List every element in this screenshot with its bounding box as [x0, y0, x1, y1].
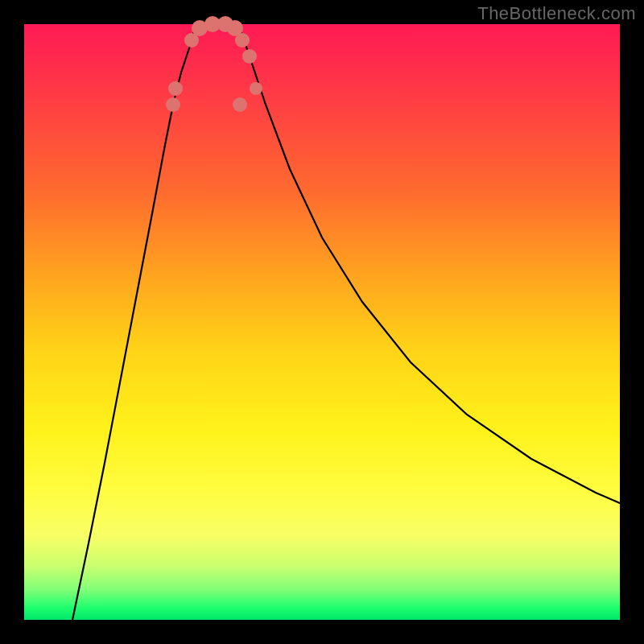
highlight-dot — [250, 82, 262, 95]
right-curve — [240, 28, 620, 503]
watermark-text: TheBottleneck.com — [477, 3, 636, 24]
highlight-dot — [242, 49, 257, 64]
curve-layer — [24, 24, 620, 620]
highlight-dot — [235, 33, 250, 47]
highlight-dots — [166, 16, 262, 112]
highlight-dot — [168, 81, 183, 96]
chart-frame: TheBottleneck.com — [0, 0, 644, 644]
highlight-dot — [233, 97, 247, 112]
left-curve — [72, 28, 195, 620]
plot-area — [24, 24, 620, 620]
highlight-dot — [166, 97, 180, 112]
